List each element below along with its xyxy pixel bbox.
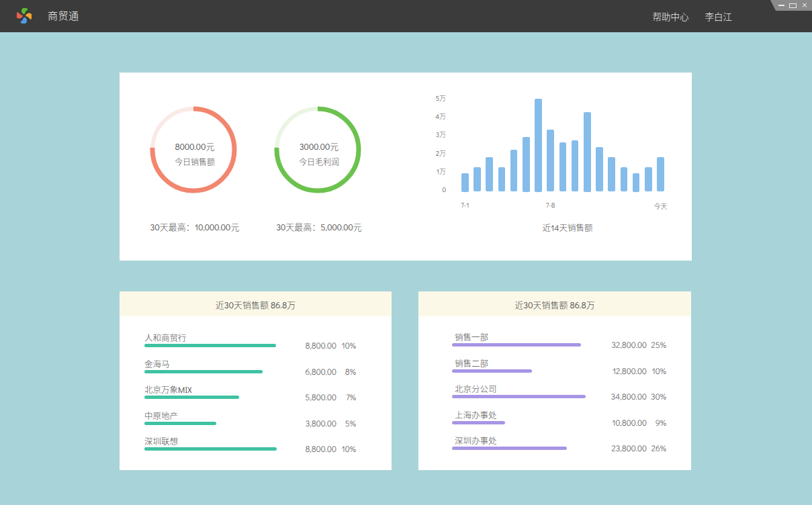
row-name: 中原地产 [144,409,178,422]
row-percent: 10% [342,340,356,351]
x-axis-label: 7-8 [531,201,571,210]
row-progress-bar [452,447,567,450]
today-overview-card: 8000.00元 今日销售额 30天最高：10,000.00元 3000.00元… [120,73,692,261]
bar-day-2 [473,167,481,192]
row-name: 销售二部 [455,357,488,369]
ranking-row: 深圳办事处 23,800.00 26% [418,433,691,459]
bar-day-11 [584,112,591,192]
row-amount: 34,800.00 [611,391,647,402]
row-progress-bar [452,343,581,347]
row-amount: 5,800.00 [305,392,336,402]
help-center-link[interactable]: 帮助中心 [653,9,689,23]
row-amount: 6,800.00 [305,366,336,377]
row-amount: 10,800.00 [612,417,647,428]
row-progress-bar [452,421,505,424]
row-percent: 9% [656,417,666,428]
minimize-button[interactable] [776,0,787,11]
title-bar: 商贸通 帮助中心 李白江 [0,0,812,32]
bar-day-6 [523,137,530,192]
row-percent: 5% [345,418,356,428]
departments-card-title: 近30天销售额 86.8万 [418,291,691,316]
y-tick-label: 2万 [419,150,446,158]
ranking-row: 金海马 6,800.00 8% [120,357,392,383]
user-menu[interactable]: 李白江 [705,9,733,23]
app-title: 商贸通 [48,0,79,32]
row-name: 北京分公司 [455,382,497,395]
row-progress-bar [144,422,216,425]
bar-day-8 [547,130,554,192]
ranking-row: 北京万象MIX 5,800.00 7% [120,382,392,408]
close-button[interactable] [799,0,810,11]
row-percent: 30% [651,391,666,402]
bar-day-1 [461,173,469,191]
app-window: 商贸通 帮助中心 李白江 8000.00元 今日销售额 30天最高：10,000… [0,0,812,505]
x-axis-label: 今天 [641,201,681,211]
ranking-row: 销售二部 12,800.00 10% [418,356,691,382]
ranking-row: 深圳联想 8,800.00 10% [120,434,392,460]
y-tick-label: 1万 [419,168,446,176]
row-percent: 10% [652,365,666,376]
y-tick-label: 3万 [419,131,446,139]
maximize-button[interactable] [787,0,799,11]
bar-day-15 [633,173,640,191]
row-progress-bar [452,395,586,398]
row-name: 上海办事处 [455,408,497,421]
row-progress-bar [144,370,263,373]
bar-chart-title: 近14天销售额 [467,221,668,234]
customers-ranking-card: 近30天销售额 86.8万 人和商贸行 8,800.00 10% 金海马 6,8… [120,291,392,470]
y-tick-label: 0 [419,186,446,194]
row-name: 深圳联想 [144,434,178,447]
row-percent: 25% [651,339,666,350]
row-amount: 12,800.00 [613,365,647,376]
minimize-icon [778,5,784,6]
customers-card-title: 近30天销售额 86.8万 [120,291,392,316]
row-percent: 10% [342,443,356,454]
row-percent: 7% [346,392,356,402]
row-percent: 26% [651,443,666,453]
row-progress-bar [452,369,532,373]
bar-day-4 [498,167,506,192]
row-name: 北京万象MIX [144,383,192,396]
app-logo-pinwheel-icon [17,8,32,24]
bar-day-3 [486,157,493,192]
ranking-row: 中原地产 3,800.00 5% [120,408,392,434]
row-amount: 32,800.00 [611,339,647,350]
row-amount: 23,800.00 [611,443,647,453]
close-icon [802,3,807,8]
maximize-icon [789,3,797,8]
bar-day-13 [608,157,615,192]
bar-day-14 [621,167,628,192]
row-name: 金海马 [144,357,170,370]
y-tick-label: 5万 [419,95,446,103]
top-menu: 帮助中心 李白江 [653,0,733,32]
row-amount: 8,800.00 [305,340,336,351]
row-percent: 8% [345,366,356,377]
row-progress-bar [144,344,276,347]
ranking-row: 销售一部 32,800.00 25% [418,330,691,356]
row-name: 销售一部 [455,330,488,343]
row-name: 深圳办事处 [455,434,497,447]
bar-day-9 [559,142,567,192]
ranking-row: 上海办事处 10,800.00 9% [418,408,691,434]
row-amount: 8,800.00 [305,443,336,454]
bar-day-7 [535,99,542,192]
x-axis-label: 7-1 [445,201,485,210]
ranking-row: 人和商贸行 8,800.00 10% [120,330,392,357]
bar-day-12 [596,147,603,192]
row-amount: 3,800.00 [306,418,336,428]
bar-day-17 [657,157,664,192]
y-tick-label: 4万 [419,113,446,121]
bar-day-16 [645,167,652,192]
sales-14d-bar-chart: 近14天销售额 01万2万3万4万5万7-17-8今天 [120,73,692,261]
window-controls [770,0,812,11]
row-name: 人和商贸行 [144,331,187,344]
departments-ranking-card: 近30天销售额 86.8万 销售一部 32,800.00 25% 销售二部 12… [418,291,691,470]
bar-day-5 [510,150,518,192]
ranking-row: 北京分公司 34,800.00 30% [418,381,691,408]
row-progress-bar [144,396,239,399]
bar-day-10 [572,140,579,191]
row-progress-bar [144,447,277,451]
